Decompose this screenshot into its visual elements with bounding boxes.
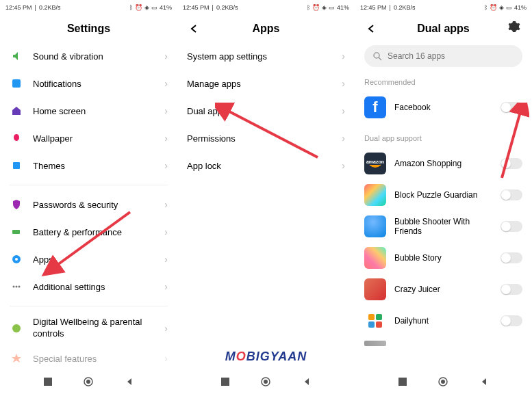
item-label: Home screen — [33, 106, 164, 116]
nav-back[interactable] — [124, 376, 135, 387]
chevron-right-icon: › — [164, 323, 168, 334]
status-time: 12:45 PM — [5, 4, 32, 11]
nav-home[interactable] — [438, 376, 448, 387]
facebook-icon: f — [364, 96, 386, 118]
nav-recent[interactable] — [397, 376, 408, 387]
nav-back[interactable] — [301, 376, 312, 387]
item-manage-apps[interactable]: Manage apps › — [177, 70, 355, 97]
item-permissions[interactable]: Permissions › — [177, 124, 355, 152]
divider — [10, 185, 168, 185]
back-button[interactable] — [187, 22, 201, 36]
chevron-right-icon: › — [164, 281, 168, 292]
svg-point-4 — [15, 258, 18, 261]
divider — [10, 306, 168, 306]
item-themes[interactable]: Themes › — [0, 152, 177, 179]
item-label: Wallpaper — [33, 133, 164, 144]
item-label: Sound & vibration — [33, 51, 164, 62]
status-speed: 0.2KB/s — [216, 4, 238, 11]
bubble-shooter-icon — [364, 215, 386, 237]
nav-recent[interactable] — [42, 376, 53, 387]
svg-point-6 — [16, 286, 18, 288]
item-apps[interactable]: Apps › — [0, 246, 177, 273]
back-button[interactable] — [364, 22, 378, 36]
svg-point-15 — [264, 380, 268, 384]
screenshots-container: 12:45 PM | 0.2KB/s ᛒ ⏰ ◈ ▭ 41% Settings … — [0, 0, 532, 394]
status-time: 12:45 PM — [360, 4, 387, 11]
toggle[interactable] — [501, 284, 522, 295]
item-label: Permissions — [187, 133, 342, 144]
app-row-facebook[interactable]: f Facebook — [355, 92, 532, 123]
app-row[interactable]: Bubble Shooter With Friends — [355, 211, 532, 242]
svg-rect-9 — [44, 378, 52, 386]
app-row[interactable] — [355, 337, 532, 350]
wallpaper-icon — [10, 131, 23, 145]
svg-point-17 — [374, 53, 379, 58]
settings-button[interactable] — [506, 21, 522, 37]
bubble-story-icon — [364, 247, 386, 269]
dual-apps-list: amazon Amazon Shopping Block Puzzle Guar… — [355, 148, 532, 369]
watermark: MOBIGYAAN — [225, 350, 307, 364]
toggle[interactable] — [501, 252, 522, 263]
header: Settings — [0, 15, 177, 42]
toggle[interactable] — [501, 221, 522, 232]
status-battery: 41% — [337, 4, 349, 11]
app-row[interactable]: Dailyhunt — [355, 305, 532, 337]
app-row[interactable]: Block Puzzle Guardian — [355, 179, 532, 211]
item-wellbeing[interactable]: Digital Wellbeing & parental controls › — [0, 312, 177, 345]
toggle[interactable] — [501, 102, 522, 113]
item-system-app[interactable]: System app settings › — [177, 42, 355, 70]
panel-apps: 12:45 PM| 0.2KB/s ᛒ ⏰ ◈ ▭ 41% Apps Syste… — [177, 0, 355, 394]
nav-back[interactable] — [479, 376, 490, 387]
toggle[interactable] — [501, 189, 522, 200]
item-label: Battery & performance — [33, 227, 164, 237]
nav-bar — [177, 369, 355, 394]
item-dual-apps[interactable]: Dual apps › — [177, 97, 355, 124]
search-input[interactable] — [388, 51, 514, 61]
section-recommended: Recommended — [355, 74, 532, 92]
chevron-right-icon: › — [164, 78, 168, 89]
security-icon — [10, 198, 23, 211]
item-sound[interactable]: Sound & vibration › — [0, 42, 177, 70]
item-home[interactable]: Home screen › — [0, 97, 177, 124]
item-label: Manage apps — [187, 79, 342, 89]
nav-home[interactable] — [83, 376, 94, 387]
chevron-right-icon: › — [164, 353, 168, 364]
svg-rect-13 — [221, 378, 229, 386]
header: Dual apps — [355, 15, 532, 42]
dailyhunt-icon — [364, 310, 386, 332]
svg-rect-0 — [12, 79, 21, 88]
page-title: Apps — [253, 23, 280, 35]
item-battery[interactable]: Battery & performance › — [0, 218, 177, 246]
app-row[interactable]: amazon Amazon Shopping — [355, 148, 532, 179]
item-wallpaper[interactable]: Wallpaper › — [0, 124, 177, 152]
battery-icon: ▭ — [506, 4, 512, 11]
item-additional[interactable]: Additional settings › — [0, 273, 177, 300]
page-title: Settings — [67, 23, 110, 35]
item-label: Passwords & security — [33, 200, 164, 210]
themes-icon — [10, 159, 23, 172]
special-icon — [10, 352, 23, 365]
app-name: Bubble Story — [394, 253, 492, 263]
app-row[interactable]: Bubble Story — [355, 242, 532, 274]
search-box[interactable] — [364, 45, 522, 67]
app-row[interactable]: Crazy Juicer — [355, 274, 532, 305]
item-special[interactable]: Special features › — [0, 345, 177, 369]
svg-point-21 — [441, 380, 445, 384]
chevron-right-icon: › — [342, 78, 345, 89]
block-puzzle-icon — [364, 184, 386, 206]
item-notifications[interactable]: Notifications › — [0, 70, 177, 97]
item-label: System app settings — [187, 51, 342, 62]
bluetooth-icon: ᛒ — [484, 4, 487, 11]
item-app-lock[interactable]: App lock › — [177, 152, 355, 179]
item-label: Notifications — [33, 79, 164, 89]
status-bar: 12:45 PM | 0.2KB/s ᛒ ⏰ ◈ ▭ 41% — [0, 0, 177, 15]
app-name: Bubble Shooter With Friends — [394, 217, 492, 236]
item-security[interactable]: Passwords & security › — [0, 191, 177, 218]
panel-settings: 12:45 PM | 0.2KB/s ᛒ ⏰ ◈ ▭ 41% Settings … — [0, 0, 177, 394]
chevron-right-icon: › — [342, 51, 345, 62]
chevron-right-icon: › — [342, 133, 345, 144]
nav-home[interactable] — [260, 376, 271, 387]
toggle[interactable] — [501, 158, 522, 169]
toggle[interactable] — [501, 315, 522, 326]
nav-recent[interactable] — [220, 376, 231, 387]
